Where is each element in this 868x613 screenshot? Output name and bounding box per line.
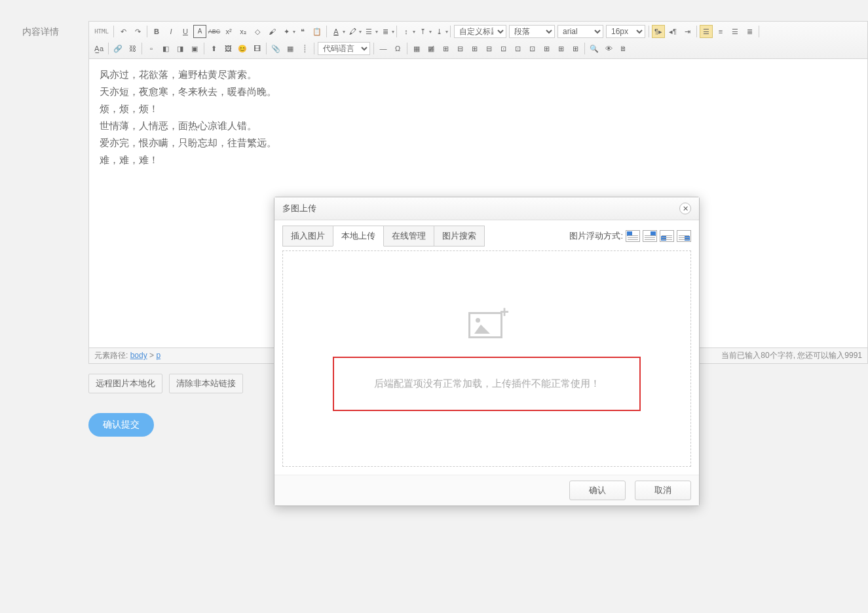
dir-ltr-icon[interactable]: ¶▸ bbox=[652, 25, 665, 38]
tab-local-upload[interactable]: 本地上传 bbox=[333, 226, 384, 247]
mergedown-icon[interactable]: ⊡ bbox=[525, 42, 538, 55]
dialog-title: 多图上传 bbox=[282, 203, 316, 214]
superscript-icon[interactable]: x² bbox=[222, 25, 235, 38]
imageright-icon[interactable]: ◨ bbox=[174, 42, 187, 55]
insertcol-icon[interactable]: ⊞ bbox=[468, 42, 481, 55]
align-justify-icon[interactable]: ≣ bbox=[743, 25, 756, 38]
lineheight-icon[interactable]: ↕ bbox=[400, 25, 413, 38]
content-line: 世情薄，人情恶，面热心凉谁人错。 bbox=[100, 118, 857, 134]
splitrows-icon[interactable]: ⊞ bbox=[554, 42, 567, 55]
float-none-icon[interactable] bbox=[626, 230, 640, 242]
float-mode-label: 图片浮动方式: bbox=[569, 230, 623, 242]
align-center-icon[interactable]: ≡ bbox=[714, 25, 727, 38]
imagenone-icon[interactable]: ▫ bbox=[145, 42, 158, 55]
strikethrough-icon[interactable]: ABC bbox=[208, 25, 221, 38]
unordered-list-icon[interactable]: ≣ bbox=[379, 25, 392, 38]
editor-toolbar: HTML ↶ ↷ B I U A ABC x² x₂ ◇ 🖌 ✦▾ ❝ 📋 A▾… bbox=[89, 22, 867, 59]
horizontal-icon[interactable]: — bbox=[377, 42, 390, 55]
paragraph-select[interactable]: 段落 bbox=[509, 25, 555, 38]
path-body-link[interactable]: body bbox=[130, 351, 147, 360]
blockquote-icon[interactable]: ❝ bbox=[296, 25, 309, 38]
float-left-icon[interactable] bbox=[643, 230, 657, 242]
simpleupload-icon[interactable]: ⬆ bbox=[207, 42, 220, 55]
underline-icon[interactable]: U bbox=[179, 25, 192, 38]
content-line: 天亦短，夜愈寒，冬来秋去，暖春尚晚。 bbox=[100, 84, 857, 100]
localize-images-button[interactable]: 远程图片本地化 bbox=[88, 374, 162, 393]
clear-external-links-button[interactable]: 清除非本站链接 bbox=[169, 374, 243, 393]
eraser-icon[interactable]: ◇ bbox=[251, 25, 264, 38]
content-line: 风亦过，花欲落，遍野枯黄尽萧索。 bbox=[100, 67, 857, 83]
char-count: 当前已输入80个字符, 您还可以输入9991 bbox=[721, 350, 862, 361]
content-line: 烦，烦，烦！ bbox=[100, 101, 857, 117]
undo-icon[interactable]: ↶ bbox=[117, 25, 130, 38]
attachment-icon[interactable]: 📎 bbox=[269, 42, 282, 55]
deleterow-icon[interactable]: ⊟ bbox=[453, 42, 466, 55]
deletetable-icon[interactable]: ▦̸ bbox=[425, 42, 438, 55]
element-path-label: 元素路径: bbox=[94, 351, 128, 360]
backcolor-icon[interactable]: 🖍 bbox=[346, 25, 359, 38]
dialog-ok-button[interactable]: 确认 bbox=[569, 481, 626, 500]
unlink-icon[interactable]: ⛓ bbox=[126, 42, 139, 55]
link-icon[interactable]: 🔗 bbox=[111, 42, 124, 55]
mergeright-icon[interactable]: ⊡ bbox=[511, 42, 524, 55]
submit-button[interactable]: 确认提交 bbox=[88, 413, 154, 437]
imageleft-icon[interactable]: ◧ bbox=[159, 42, 172, 55]
content-line: 难，难，难！ bbox=[100, 152, 857, 168]
fontborder-icon[interactable]: A bbox=[193, 25, 206, 38]
indent-icon[interactable]: ⇥ bbox=[681, 25, 694, 38]
source-button[interactable]: HTML bbox=[92, 25, 111, 38]
emotion-icon[interactable]: 😊 bbox=[236, 42, 249, 55]
deletecol-icon[interactable]: ⊟ bbox=[482, 42, 495, 55]
mergecells-icon[interactable]: ⊡ bbox=[497, 42, 510, 55]
float-center-icon[interactable] bbox=[677, 230, 691, 242]
dialog-tabs: 插入图片 本地上传 在线管理 图片搜索 bbox=[282, 226, 484, 247]
insertrow-icon[interactable]: ⊞ bbox=[439, 42, 452, 55]
upload-dropzone[interactable]: + 后端配置项没有正常加载，上传插件不能正常使用！ bbox=[282, 250, 691, 467]
inserttable-icon[interactable]: ▦ bbox=[410, 42, 423, 55]
redo-icon[interactable]: ↷ bbox=[131, 25, 144, 38]
path-p-link[interactable]: p bbox=[156, 351, 160, 360]
insertframe-icon[interactable]: ▦ bbox=[284, 42, 297, 55]
autotypeset-icon[interactable]: ✦ bbox=[280, 25, 293, 38]
rowspacingtop-icon[interactable]: ⤒ bbox=[416, 25, 429, 38]
section-label: 内容详情 bbox=[22, 26, 59, 38]
dir-rtl-icon[interactable]: ◂¶ bbox=[666, 25, 679, 38]
close-icon[interactable]: ✕ bbox=[679, 203, 691, 214]
italic-icon[interactable]: I bbox=[164, 25, 178, 38]
rowspacingbottom-icon[interactable]: ⤓ bbox=[432, 25, 445, 38]
splitcells-icon[interactable]: ⊞ bbox=[540, 42, 553, 55]
content-line: 爱亦完，恨亦瞒，只盼忘却，往昔繁远。 bbox=[100, 135, 857, 151]
ordered-list-icon[interactable]: ☰ bbox=[362, 25, 375, 38]
font-family-select[interactable]: arial bbox=[557, 25, 603, 38]
searchreplace-icon[interactable]: 🔍 bbox=[588, 42, 601, 55]
align-left-icon[interactable]: ☰ bbox=[700, 25, 713, 38]
bold-icon[interactable]: B bbox=[150, 25, 163, 38]
upload-error-message: 后端配置项没有正常加载，上传插件不能正常使用！ bbox=[333, 357, 641, 411]
font-size-select[interactable]: 16px bbox=[606, 25, 645, 38]
insertimage-icon[interactable]: 🖼 bbox=[221, 42, 235, 55]
subscript-icon[interactable]: x₂ bbox=[236, 25, 250, 38]
tab-online-manage[interactable]: 在线管理 bbox=[383, 226, 434, 247]
print-icon[interactable]: 🗎 bbox=[616, 42, 630, 55]
touppercase-icon[interactable]: A̲a bbox=[92, 42, 105, 55]
float-right-icon[interactable] bbox=[660, 230, 674, 242]
align-right-icon[interactable]: ☰ bbox=[728, 25, 742, 38]
code-language-select[interactable]: 代码语言 bbox=[318, 42, 370, 55]
insertvideo-icon[interactable]: 🎞 bbox=[250, 42, 263, 55]
preview-icon[interactable]: 👁 bbox=[602, 42, 615, 55]
upload-placeholder-icon: + bbox=[468, 307, 505, 338]
pasteplain-icon[interactable]: 📋 bbox=[311, 25, 324, 38]
formatmatch-icon[interactable]: 🖌 bbox=[265, 25, 278, 38]
splitcols-icon[interactable]: ⊞ bbox=[569, 42, 582, 55]
tab-image-search[interactable]: 图片搜索 bbox=[434, 226, 485, 247]
multi-image-upload-dialog: 多图上传 ✕ 插入图片 本地上传 在线管理 图片搜索 图片浮动方式: + bbox=[274, 197, 700, 506]
forecolor-icon[interactable]: A bbox=[330, 25, 343, 38]
heading-select[interactable]: 自定义标题 bbox=[454, 25, 506, 38]
spechars-icon[interactable]: Ω bbox=[391, 42, 404, 55]
dialog-cancel-button[interactable]: 取消 bbox=[635, 481, 691, 500]
tab-insert-image[interactable]: 插入图片 bbox=[282, 226, 333, 247]
pagebreak-icon[interactable]: ┊ bbox=[298, 42, 311, 55]
imagecenter-icon[interactable]: ▣ bbox=[188, 42, 201, 55]
